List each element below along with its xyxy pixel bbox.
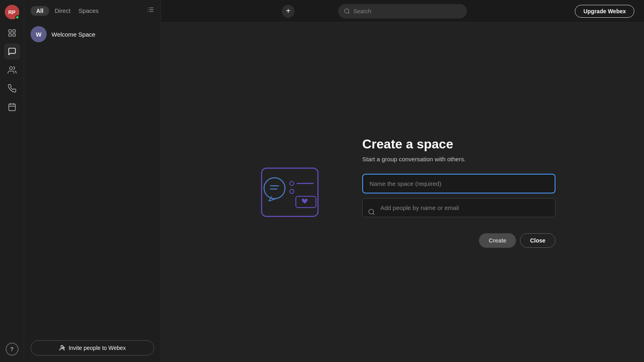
people-input-wrapper	[362, 198, 555, 225]
modal-subtitle: Start a group conversation with others.	[362, 156, 555, 162]
sidebar-header: All Direct Spaces	[24, 0, 161, 21]
top-bar: + Search Upgrade Webex	[161, 0, 644, 23]
add-people-input[interactable]	[362, 198, 555, 217]
icon-bar-bottom: ?	[6, 343, 19, 356]
tab-all[interactable]: All	[31, 6, 49, 16]
icon-bar: RP	[0, 0, 24, 362]
invite-people-button[interactable]: Invite people to Webex	[31, 340, 154, 356]
modal-title: Create a space	[362, 137, 555, 152]
svg-point-4	[9, 67, 12, 70]
modal-overlay: Create a space Start a group conversatio…	[161, 23, 644, 362]
svg-point-26	[290, 189, 294, 193]
filter-icon[interactable]	[147, 6, 154, 15]
svg-point-24	[290, 181, 294, 185]
nav-calendar-button[interactable]	[4, 99, 20, 115]
help-button[interactable]: ?	[6, 343, 19, 356]
search-icon	[344, 8, 350, 14]
grid-icon	[8, 29, 17, 37]
svg-line-19	[348, 12, 349, 14]
svg-rect-0	[8, 30, 11, 32]
nav-calling-button[interactable]	[4, 80, 20, 97]
online-status-dot	[15, 15, 19, 19]
form-actions: Create Close	[362, 233, 555, 248]
create-space-form: Create a space Start a group conversatio…	[362, 137, 555, 248]
svg-rect-2	[8, 34, 11, 36]
space-name-input[interactable]	[362, 174, 555, 193]
create-space-illustration	[250, 156, 330, 228]
search-placeholder-text: Search	[353, 8, 371, 14]
calendar-icon	[8, 103, 17, 111]
svg-rect-1	[12, 30, 15, 32]
svg-point-21	[264, 178, 285, 199]
nav-teams-button[interactable]	[4, 62, 20, 78]
people-icon	[8, 66, 17, 74]
sidebar: All Direct Spaces W Welcome Space	[24, 0, 161, 362]
new-conversation-button[interactable]: +	[282, 5, 295, 18]
create-button[interactable]: Create	[479, 233, 516, 248]
phone-icon	[8, 84, 17, 93]
create-space-modal: Create a space Start a group conversatio…	[250, 137, 555, 248]
close-button[interactable]: Close	[520, 233, 555, 248]
chat-icon	[8, 47, 17, 56]
space-avatar: W	[31, 26, 47, 42]
tab-spaces[interactable]: Spaces	[76, 6, 101, 16]
person-add-icon	[59, 345, 65, 351]
space-item-welcome[interactable]: W Welcome Space	[24, 21, 161, 47]
user-avatar[interactable]: RP	[5, 5, 19, 19]
sidebar-bottom: Invite people to Webex	[24, 334, 161, 362]
nav-grid-button[interactable]	[4, 25, 20, 41]
svg-rect-5	[8, 104, 15, 111]
search-bar[interactable]: Search	[338, 4, 467, 19]
svg-rect-3	[12, 34, 15, 36]
main-area: + Search Upgrade Webex	[161, 0, 644, 362]
tab-direct[interactable]: Direct	[52, 6, 73, 16]
space-name: Welcome Space	[52, 31, 95, 38]
upgrade-webex-button[interactable]: Upgrade Webex	[575, 5, 634, 18]
nav-messaging-button[interactable]	[4, 43, 20, 60]
svg-point-15	[61, 346, 63, 348]
